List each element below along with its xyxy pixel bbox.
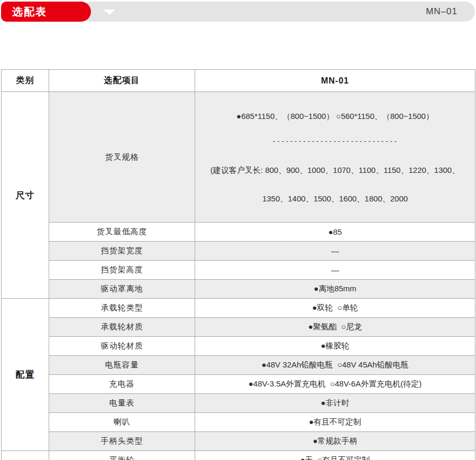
- value-cell: —: [195, 261, 475, 280]
- value-cell: ●离地85mm: [195, 280, 475, 299]
- page-title: 选配表: [12, 6, 47, 17]
- value-cell: ●685*1150、（800~1500） ○560*1150、（800~1500…: [195, 92, 475, 223]
- item-cell: 电瓶容量: [49, 356, 195, 375]
- fork-spec-divider: -----------------------------: [195, 140, 475, 144]
- table-row: 配置 承载轮类型 ●双轮 ○单轮: [2, 299, 475, 318]
- value-cell: ●双轮 ○单轮: [195, 299, 475, 318]
- category-cell-configuration: 配置: [2, 299, 49, 451]
- value-cell: ●无 ○有且不可定制: [195, 451, 475, 460]
- item-cell: 喇叭: [49, 413, 195, 432]
- table-row: 货叉最低高度 ●85: [2, 223, 475, 242]
- value-cell: ●橡胶轮: [195, 337, 475, 356]
- col-header-item: 选配项目: [49, 70, 195, 92]
- banner-model-label: MN–01: [426, 2, 457, 22]
- table-row: 电瓶容量 ●48V 32Ah铅酸电瓶 ○48V 45Ah铅酸电瓶: [2, 356, 475, 375]
- item-cell: 充电器: [49, 375, 195, 394]
- item-cell: 挡货架宽度: [49, 242, 195, 261]
- item-cell: 货叉规格: [49, 92, 195, 223]
- value-cell: —: [195, 242, 475, 261]
- table-row: 喇叭 ●有且不可定制: [2, 413, 475, 432]
- table-row: 手柄头类型 ●常规款手柄: [2, 432, 475, 451]
- value-cell: ●聚氨酯 ○尼龙: [195, 318, 475, 337]
- item-cell: 承载轮类型: [49, 299, 195, 318]
- item-cell: 挡货架高度: [49, 261, 195, 280]
- header-banner: MN–01 选配表: [1, 2, 475, 22]
- item-cell: 平衡轮: [49, 451, 195, 460]
- value-cell: ●有且不可定制: [195, 413, 475, 432]
- chevron-down-icon: [104, 10, 115, 15]
- banner-title-tab: 选配表: [1, 2, 91, 22]
- table-row: 驱动轮材质 ●橡胶轮: [2, 337, 475, 356]
- value-cell: ●48V-3.5A外置充电机 ○48V-6A外置充电机(待定): [195, 375, 475, 394]
- table-row: 挡货架高度 —: [2, 261, 475, 280]
- table-header-row: 类别 选配项目 MN-01: [2, 70, 475, 92]
- fork-spec-line: 1350、1400、1500、1600、1800、2000: [195, 194, 475, 204]
- table-row: 承载轮材质 ●聚氨酯 ○尼龙: [2, 318, 475, 337]
- col-header-model: MN-01: [195, 70, 475, 92]
- fork-spec-line: ●685*1150、（800~1500） ○560*1150、（800~1500…: [195, 111, 475, 122]
- value-cell: ●非计时: [195, 394, 475, 413]
- table-row: 电量表 ●非计时: [2, 394, 475, 413]
- item-cell: 驱动轮材质: [49, 337, 195, 356]
- category-cell-dimensions: 尺寸: [2, 92, 49, 299]
- table-row: 驱动罩离地 ●离地85mm: [2, 280, 475, 299]
- table-row: 尺寸 货叉规格 ●685*1150、（800~1500） ○560*1150、（…: [2, 92, 475, 223]
- fork-spec-line: (建议客户叉长: 800、900、1000、1070、1100、1150、122…: [195, 165, 475, 176]
- value-cell: ●常规款手柄: [195, 432, 475, 451]
- value-cell: ●48V 32Ah铅酸电瓶 ○48V 45Ah铅酸电瓶: [195, 356, 475, 375]
- item-cell: 电量表: [49, 394, 195, 413]
- value-cell: ●85: [195, 223, 475, 242]
- col-header-category: 类别: [2, 70, 49, 92]
- item-cell: 手柄头类型: [49, 432, 195, 451]
- banner-bar: MN–01: [80, 2, 475, 22]
- item-cell: 驱动罩离地: [49, 280, 195, 299]
- table-row: 挡货架宽度 —: [2, 242, 475, 261]
- table-row: 充电器 ●48V-3.5A外置充电机 ○48V-6A外置充电机(待定): [2, 375, 475, 394]
- item-cell: 承载轮材质: [49, 318, 195, 337]
- options-table: 类别 选配项目 MN-01 尺寸 货叉规格 ●685*1150、（800~150…: [1, 69, 475, 460]
- table-row: 功能类 平衡轮 ●无 ○有且不可定制: [2, 451, 475, 460]
- spec-sheet-page: MN–01 选配表 类别 选配项目 MN-01 尺寸 货叉规格 ●685*11: [0, 0, 476, 460]
- category-cell-functions: 功能类: [2, 451, 49, 460]
- item-cell: 货叉最低高度: [49, 223, 195, 242]
